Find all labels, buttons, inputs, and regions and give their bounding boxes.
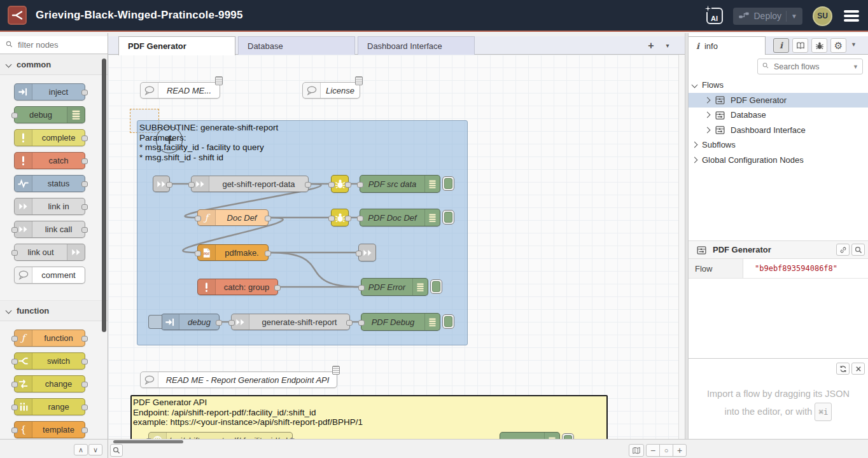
- sidebar-tabs-caret[interactable]: ▼: [851, 41, 857, 48]
- input-port[interactable]: [358, 320, 365, 326]
- output-port[interactable]: [81, 382, 88, 387]
- sidebar-debug-button[interactable]: [811, 38, 827, 53]
- palette-node-switch[interactable]: switch: [14, 352, 85, 370]
- input-port[interactable]: [357, 216, 363, 221]
- input-port[interactable]: [328, 182, 335, 188]
- tree-item-Subflows[interactable]: Subflows: [689, 137, 868, 153]
- link-call-node[interactable]: generate-shift-report: [231, 314, 350, 330]
- palette-category-function[interactable]: function: [0, 300, 108, 321]
- pdfmake-node[interactable]: PDFpdfmake.: [197, 244, 269, 261]
- input-port[interactable]: [11, 227, 18, 233]
- deploy-options-caret[interactable]: ▼: [791, 13, 797, 20]
- input-port[interactable]: [11, 382, 18, 387]
- ai-assistant-button[interactable]: AI: [706, 8, 723, 24]
- comment-node[interactable]: READ ME...: [140, 82, 220, 99]
- debug-node[interactable]: PDF Error: [361, 278, 428, 296]
- input-port[interactable]: [11, 250, 18, 256]
- debug-enable-toggle[interactable]: [430, 279, 442, 294]
- output-port[interactable]: [166, 182, 172, 188]
- sidebar-info-button[interactable]: i: [773, 38, 789, 53]
- palette-node-debug[interactable]: debug: [14, 106, 85, 123]
- input-port[interactable]: [11, 427, 18, 433]
- palette-node-link-call[interactable]: link call: [14, 221, 85, 238]
- output-port[interactable]: [81, 405, 88, 410]
- inject-node[interactable]: debug: [161, 314, 220, 330]
- search-flows-input[interactable]: [773, 62, 850, 72]
- palette-category-common[interactable]: common: [0, 54, 108, 75]
- http-in-node[interactable]: [get] /api/shift-report-pdf/:facility_id…: [148, 432, 293, 439]
- user-avatar[interactable]: SU: [813, 6, 832, 26]
- palette-scroll-down-button[interactable]: ∨: [88, 444, 102, 455]
- input-port[interactable]: [228, 320, 235, 326]
- chevron-right-icon[interactable]: [692, 156, 698, 163]
- palette-node-catch[interactable]: catch: [14, 152, 85, 169]
- close-icon-button[interactable]: [851, 363, 865, 375]
- tree-item-Database[interactable]: Database: [689, 108, 868, 123]
- search-flows-box[interactable]: ▼: [757, 59, 863, 74]
- main-menu-button[interactable]: [843, 8, 860, 24]
- canvas-search-button[interactable]: [110, 444, 123, 457]
- output-port[interactable]: [305, 182, 311, 188]
- chevron-right-icon[interactable]: [704, 112, 711, 118]
- output-port[interactable]: [346, 320, 353, 326]
- tree-item-Dashboard-Interface[interactable]: Dashboard Interface: [689, 123, 868, 138]
- input-port[interactable]: [11, 405, 18, 410]
- comment-node[interactable]: License: [302, 82, 360, 99]
- tree-item-Flows[interactable]: Flows: [689, 78, 868, 93]
- search-icon-button[interactable]: [851, 244, 865, 256]
- chevron-right-icon[interactable]: [704, 97, 711, 103]
- workspace-tab-PDF-Generator[interactable]: PDF Generator: [118, 36, 235, 55]
- debug-enable-toggle[interactable]: [442, 176, 454, 191]
- palette-filter-input[interactable]: [17, 39, 89, 50]
- chevron-right-icon[interactable]: [704, 127, 711, 133]
- output-port[interactable]: [274, 285, 281, 291]
- input-port[interactable]: [195, 216, 201, 221]
- catch-node[interactable]: catch: group: [197, 279, 278, 295]
- input-port[interactable]: [11, 113, 18, 118]
- palette-node-template[interactable]: {template: [14, 421, 85, 438]
- output-port[interactable]: [81, 227, 88, 233]
- palette-node-link-in[interactable]: link in: [14, 198, 85, 215]
- input-port[interactable]: [356, 251, 362, 256]
- debug-node[interactable]: [500, 432, 560, 439]
- palette-node-inject[interactable]: inject: [14, 83, 85, 101]
- sidebar-help-button[interactable]: [792, 38, 808, 53]
- flow-canvas[interactable]: SUBROUTINE: generate-shift-report Parame…: [108, 55, 678, 439]
- input-port[interactable]: [188, 182, 195, 188]
- output-port[interactable]: [265, 251, 271, 256]
- output-port[interactable]: [81, 204, 88, 210]
- navigator-button[interactable]: [629, 444, 644, 457]
- copy-link-button[interactable]: [836, 244, 850, 256]
- output-port[interactable]: [345, 182, 351, 188]
- debug-enable-toggle[interactable]: [442, 210, 454, 225]
- palette-filter[interactable]: [0, 36, 108, 54]
- workspace-tab-Dashboard-Interface[interactable]: Dashboard Interface: [358, 36, 475, 55]
- output-port[interactable]: [265, 216, 271, 221]
- debug-enable-toggle[interactable]: [442, 314, 454, 329]
- deploy-button[interactable]: Deploy ▼: [733, 8, 803, 25]
- link-call-node[interactable]: get-shift-report-data: [191, 176, 309, 192]
- output-port[interactable]: [81, 181, 88, 187]
- sidebar-config-button[interactable]: ⚙: [830, 38, 846, 53]
- output-port[interactable]: [81, 336, 88, 342]
- palette-node-function[interactable]: ƒfunction: [14, 330, 85, 347]
- canvas-vertical-scrollbar[interactable]: [678, 55, 685, 439]
- output-port[interactable]: [81, 90, 88, 95]
- function-node[interactable]: ƒDoc Def: [197, 209, 269, 226]
- palette-node-comment[interactable]: comment: [14, 267, 85, 284]
- input-port[interactable]: [195, 251, 201, 256]
- zoom-out-button[interactable]: −: [646, 444, 660, 457]
- output-port[interactable]: [216, 320, 222, 326]
- input-port[interactable]: [11, 359, 18, 364]
- debug-node[interactable]: PDF src data: [360, 175, 440, 193]
- input-port[interactable]: [358, 285, 365, 291]
- palette-scrollbar[interactable]: [102, 59, 106, 332]
- output-port[interactable]: [81, 427, 88, 433]
- debug-enable-toggle[interactable]: [562, 433, 574, 439]
- output-port[interactable]: [345, 216, 351, 221]
- palette-node-status[interactable]: status: [14, 175, 85, 192]
- input-port[interactable]: [328, 216, 335, 221]
- link-in-node[interactable]: [153, 176, 170, 192]
- chevron-right-icon[interactable]: [692, 142, 698, 148]
- tab-info[interactable]: i info: [689, 36, 766, 55]
